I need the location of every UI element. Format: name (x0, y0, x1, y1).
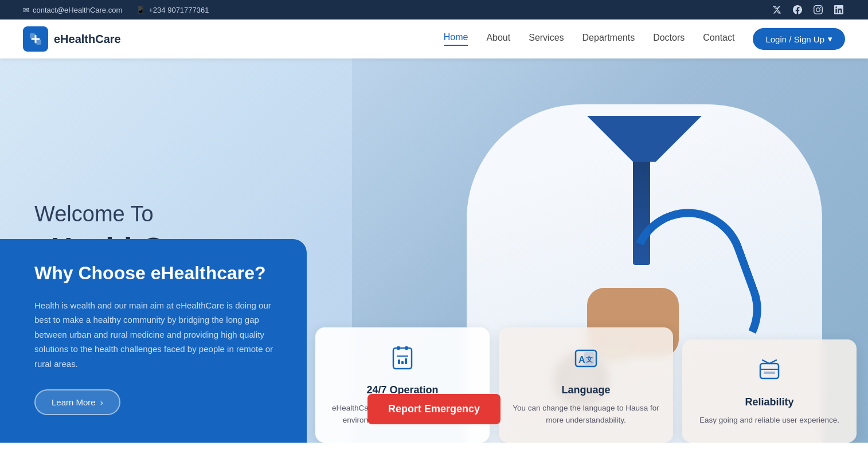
arrow-icon: › (100, 397, 103, 407)
hero-section: Welcome To eHealthCare Bridging the gap … (0, 58, 868, 443)
language-desc: You can change the language to Hausa for… (513, 402, 659, 427)
svg-rect-1 (30, 33, 35, 38)
svg-rect-2 (36, 40, 41, 45)
reliability-icon (696, 358, 843, 388)
svg-rect-4 (397, 346, 400, 350)
reliability-title: Reliability (696, 396, 843, 408)
reliability-desc: Easy going and reliable user experience. (696, 414, 843, 427)
svg-text:文: 文 (586, 355, 593, 364)
topbar: ✉ contact@eHealthCare.com 📱 +234 9071777… (0, 0, 868, 19)
svg-rect-14 (760, 364, 779, 378)
nav-about[interactable]: About (486, 33, 510, 45)
nav-services[interactable]: Services (529, 33, 564, 45)
svg-rect-8 (401, 361, 404, 364)
dropdown-icon: ▾ (828, 34, 832, 44)
nav-home[interactable]: Home (444, 32, 468, 46)
language-icon: A 文 (513, 346, 659, 376)
feature-card-language: A 文 Language You can change the language… (499, 327, 673, 443)
svg-rect-7 (398, 360, 400, 364)
why-choose-card: Why Choose eHealthcare? Health is wealth… (0, 239, 307, 443)
svg-rect-5 (405, 346, 408, 350)
nav-links: Home About Services Departments Doctors … (444, 28, 845, 50)
feature-cards: 24/7 Operation eHealthCare Team provide … (310, 327, 868, 443)
learn-more-button[interactable]: Learn More › (34, 389, 120, 415)
email-icon: ✉ (23, 6, 29, 14)
language-title: Language (513, 384, 659, 396)
instagram-icon[interactable] (812, 3, 824, 16)
feature-card-operation: 24/7 Operation eHealthCare Team provide … (315, 327, 490, 443)
nav-doctors[interactable]: Doctors (653, 33, 685, 45)
feature-card-reliability: Reliability Easy going and reliable user… (682, 339, 857, 443)
topbar-contact: ✉ contact@eHealthCare.com 📱 +234 9071777… (23, 6, 209, 14)
phone-icon: 📱 (136, 6, 145, 14)
hero-welcome: Welcome To (34, 202, 367, 226)
topbar-email: ✉ contact@eHealthCare.com (23, 6, 122, 14)
report-emergency-button[interactable]: Report Emergency (367, 394, 501, 424)
nav-departments[interactable]: Departments (582, 33, 635, 45)
svg-rect-3 (393, 348, 412, 369)
brand-name: eHealthCare (54, 33, 121, 46)
facebook-icon[interactable] (791, 3, 804, 16)
why-choose-title: Why Choose eHealthcare? (34, 262, 281, 284)
linkedin-icon[interactable] (832, 3, 845, 16)
logo-icon (23, 26, 48, 52)
svg-rect-16 (764, 372, 775, 374)
topbar-phone: 📱 +234 9071777361 (136, 6, 209, 14)
navbar: eHealthCare Home About Services Departme… (0, 19, 868, 58)
topbar-social (771, 3, 845, 16)
svg-rect-9 (405, 358, 407, 364)
operation-icon (329, 346, 476, 376)
logo[interactable]: eHealthCare (23, 26, 121, 52)
login-button[interactable]: Login / Sign Up ▾ (753, 28, 845, 50)
twitter-icon[interactable] (771, 3, 783, 16)
nav-contact[interactable]: Contact (703, 33, 734, 45)
why-choose-text: Health is wealth and our main aim at eHe… (34, 298, 281, 372)
